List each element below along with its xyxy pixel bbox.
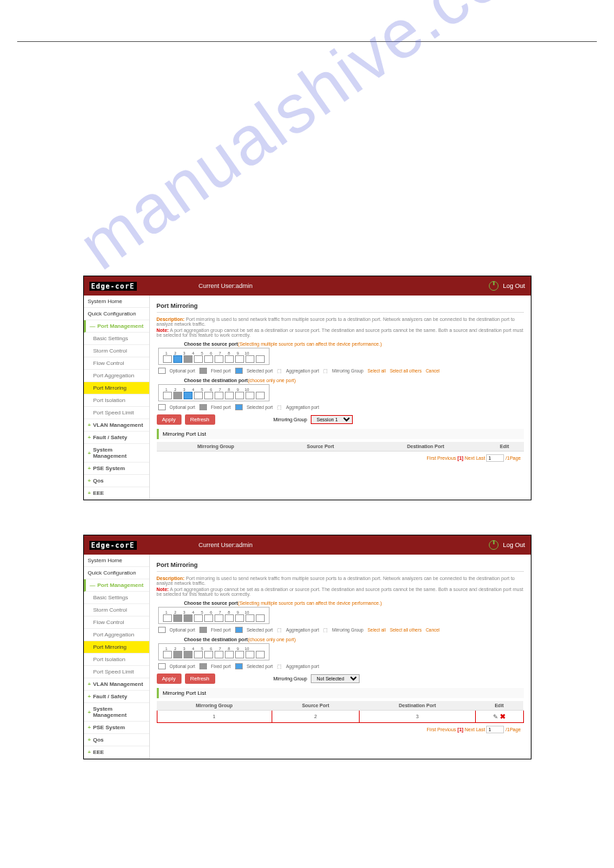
sidebar-item-vlan[interactable]: +VLAN Management xyxy=(84,678,149,691)
pager-page-input[interactable] xyxy=(486,726,504,733)
logout-icon[interactable] xyxy=(489,281,498,291)
port-icon[interactable] xyxy=(173,651,182,658)
sidebar-item-basic-settings[interactable]: Basic Settings xyxy=(84,333,149,345)
sidebar-item-system-home[interactable]: System Home xyxy=(84,555,149,567)
sidebar-item-port-speed-limit[interactable]: Port Speed Limit xyxy=(84,407,149,419)
sidebar-item-fault[interactable]: +Fault / Safety xyxy=(84,691,149,703)
port-icon[interactable] xyxy=(173,614,182,622)
sidebar-item-fault[interactable]: +Fault / Safety xyxy=(84,432,149,444)
select-others-link[interactable]: Select all others xyxy=(390,627,421,632)
sidebar-item-quick-config[interactable]: Quick Configuration xyxy=(84,567,149,579)
port-icon[interactable] xyxy=(194,651,203,658)
port-icon[interactable] xyxy=(204,392,213,399)
select-all-link[interactable]: Select all xyxy=(368,368,386,373)
sidebar-item-eee[interactable]: +EEE xyxy=(84,487,149,500)
port-icon[interactable] xyxy=(245,651,254,658)
logout-icon[interactable] xyxy=(489,540,498,550)
sidebar-item-port-mgmt[interactable]: —Port Management xyxy=(84,320,149,333)
refresh-button[interactable]: Refresh xyxy=(185,414,215,425)
port-icon[interactable] xyxy=(173,355,182,363)
port-icon[interactable] xyxy=(215,651,223,658)
mirroring-group-select[interactable]: Session 1 xyxy=(311,415,353,424)
port-icon[interactable] xyxy=(215,355,223,363)
port-icon[interactable] xyxy=(235,355,244,363)
port-icon[interactable] xyxy=(163,392,172,399)
sidebar-item-port-mirroring[interactable]: Port Mirroring xyxy=(84,641,149,654)
pager-prev[interactable]: Previous xyxy=(437,727,456,732)
port-icon[interactable] xyxy=(184,355,193,363)
port-icon[interactable] xyxy=(225,614,234,622)
port-icon[interactable] xyxy=(225,355,234,363)
port-icon[interactable] xyxy=(245,392,254,399)
select-others-link[interactable]: Select all others xyxy=(390,368,421,373)
port-icon[interactable] xyxy=(235,392,244,399)
sidebar-item-qos[interactable]: +Qos xyxy=(84,475,149,487)
port-icon[interactable] xyxy=(225,392,234,399)
port-icon[interactable] xyxy=(173,392,182,399)
port-icon[interactable] xyxy=(163,355,172,363)
port-icon[interactable] xyxy=(256,392,265,399)
port-icon[interactable] xyxy=(256,651,265,658)
pager-first[interactable]: First xyxy=(427,727,437,732)
sidebar-item-sysmgmt[interactable]: +System Management xyxy=(84,444,149,463)
sidebar-item-storm-control[interactable]: Storm Control xyxy=(84,345,149,357)
cancel-link[interactable]: Cancel xyxy=(426,368,439,373)
port-icon[interactable] xyxy=(215,392,223,399)
sidebar-item-flow-control[interactable]: Flow Control xyxy=(84,616,149,629)
sidebar-item-port-isolation[interactable]: Port Isolation xyxy=(84,654,149,666)
apply-button[interactable]: Apply xyxy=(157,414,182,425)
pager-prev[interactable]: Previous xyxy=(437,456,456,460)
sidebar-item-qos[interactable]: +Qos xyxy=(84,734,149,746)
port-icon[interactable] xyxy=(184,651,193,658)
port-icon[interactable] xyxy=(204,355,213,363)
port-icon[interactable] xyxy=(163,651,172,658)
pager-page-input[interactable] xyxy=(486,454,504,462)
port-icon[interactable] xyxy=(194,355,203,363)
sidebar-item-eee[interactable]: +EEE xyxy=(84,746,149,759)
sidebar-item-vlan[interactable]: +VLAN Management xyxy=(84,419,149,432)
port-icon[interactable] xyxy=(184,392,193,399)
select-all-link[interactable]: Select all xyxy=(368,627,386,632)
port-icon[interactable] xyxy=(245,614,254,622)
port-icon[interactable] xyxy=(256,614,265,622)
sidebar-item-quick-config[interactable]: Quick Configuration xyxy=(84,308,149,320)
logout-link[interactable]: Log Out xyxy=(503,282,525,289)
sidebar-item-port-isolation[interactable]: Port Isolation xyxy=(84,394,149,407)
port-icon[interactable] xyxy=(163,614,172,622)
sidebar-item-system-home[interactable]: System Home xyxy=(84,296,149,308)
sidebar-item-pse[interactable]: +PSE System xyxy=(84,463,149,475)
edit-icon[interactable]: ✎ xyxy=(493,713,498,720)
port-icon[interactable] xyxy=(256,355,265,363)
refresh-button[interactable]: Refresh xyxy=(185,674,215,684)
pager-last[interactable]: Last xyxy=(476,456,485,460)
port-icon[interactable] xyxy=(245,355,254,363)
sidebar-item-port-agg[interactable]: Port Aggregation xyxy=(84,629,149,641)
pager-last[interactable]: Last xyxy=(476,727,485,732)
sidebar-item-port-agg[interactable]: Port Aggregation xyxy=(84,370,149,382)
mirroring-group-select[interactable]: Not Selected xyxy=(311,674,360,683)
pager-next[interactable]: Next xyxy=(465,456,474,460)
port-icon[interactable] xyxy=(215,614,223,622)
pager-first[interactable]: First xyxy=(427,456,437,460)
pager-next[interactable]: Next xyxy=(465,727,474,732)
apply-button[interactable]: Apply xyxy=(157,674,182,684)
sidebar-item-port-speed-limit[interactable]: Port Speed Limit xyxy=(84,666,149,678)
logout-link[interactable]: Log Out xyxy=(503,542,525,548)
port-icon[interactable] xyxy=(235,651,244,658)
sidebar-item-flow-control[interactable]: Flow Control xyxy=(84,357,149,370)
sidebar-item-pse[interactable]: +PSE System xyxy=(84,722,149,734)
sidebar-item-port-mirroring[interactable]: Port Mirroring xyxy=(84,382,149,394)
port-icon[interactable] xyxy=(204,651,213,658)
port-icon[interactable] xyxy=(225,651,234,658)
port-icon[interactable] xyxy=(184,614,193,622)
port-icon[interactable] xyxy=(235,614,244,622)
cancel-link[interactable]: Cancel xyxy=(426,627,439,632)
delete-icon[interactable]: ✖ xyxy=(500,713,505,720)
sidebar-item-storm-control[interactable]: Storm Control xyxy=(84,604,149,616)
sidebar-item-sysmgmt[interactable]: +System Management xyxy=(84,703,149,722)
port-icon[interactable] xyxy=(204,614,213,622)
sidebar-item-port-mgmt[interactable]: —Port Management xyxy=(84,579,149,592)
sidebar-item-basic-settings[interactable]: Basic Settings xyxy=(84,592,149,604)
port-icon[interactable] xyxy=(194,392,203,399)
port-icon[interactable] xyxy=(194,614,203,622)
